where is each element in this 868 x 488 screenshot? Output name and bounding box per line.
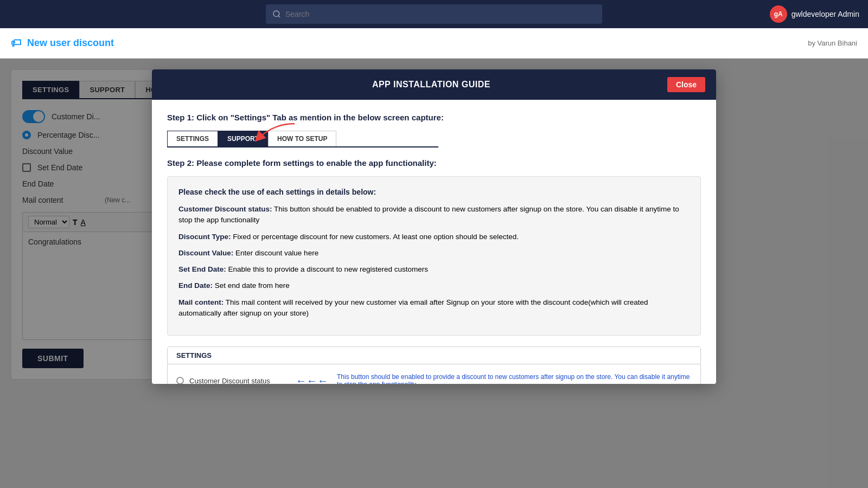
info-label-1: Disocunt Type: <box>178 233 231 241</box>
info-row-2: Discount Value: Enter discount value her… <box>178 248 690 259</box>
info-text-3: Enable this to provide a discount to new… <box>228 265 428 273</box>
avatar: gA <box>770 5 787 23</box>
mini-tab-settings[interactable]: SETTINGS <box>167 131 218 146</box>
svg-line-1 <box>278 16 280 17</box>
info-text-2: Enter discount value here <box>235 249 318 257</box>
preview-row-customer-discount: Customer Discount status ←←← This button… <box>176 373 692 384</box>
search-input[interactable] <box>285 10 596 18</box>
modal-overlay: APP INSTALLATION GUIDE Close Step 1: Cli… <box>0 59 868 488</box>
info-label-5: Mail content: <box>178 298 224 306</box>
blue-arrow-0: ←←← <box>296 375 328 384</box>
modal-body[interactable]: Step 1: Click on "Settings" Tab as menti… <box>152 100 716 384</box>
settings-preview: SETTINGS Customer Discount status ←←← Th… <box>167 346 701 384</box>
step2-title: Step 2: Please complete form settings to… <box>167 158 701 168</box>
info-label-4: End Date: <box>178 281 213 290</box>
info-label-0: Customer Discount status: <box>178 205 272 213</box>
preview-radio-off-0 <box>176 377 184 384</box>
app-icon: 🏷 <box>11 37 22 49</box>
settings-preview-body: Customer Discount status ←←← This button… <box>168 364 700 384</box>
preview-label-0: Customer Discount status <box>189 377 287 384</box>
app-name: New user discount <box>27 37 114 49</box>
search-bar[interactable] <box>266 4 602 24</box>
settings-preview-header: SETTINGS <box>168 347 700 364</box>
header-by: by Varun Bihani <box>808 39 857 47</box>
modal-close-button[interactable]: Close <box>667 77 705 92</box>
step1-title: Step 1: Click on "Settings" Tab as menti… <box>167 113 701 122</box>
info-row-3: Set End Date: Enable this to provide a d… <box>178 264 690 275</box>
red-arrow <box>251 121 300 143</box>
tabs-preview-container: SETTINGS SUPPORT HOW TO SETUP <box>167 131 701 147</box>
info-text-4: Set end date from here <box>215 281 290 290</box>
info-text-1: Fixed or percentage discount for new cus… <box>233 233 519 241</box>
search-icon <box>272 10 281 18</box>
info-text-5: This mail content will received by your … <box>178 298 648 317</box>
info-box-title: Please check the use of each settings in… <box>178 188 690 196</box>
arrow-text-0: This button should be enabled to provide… <box>337 373 692 384</box>
user-name: gwldeveloper Admin <box>792 10 859 18</box>
top-nav: gA gwldeveloper Admin <box>0 0 868 28</box>
modal-header: APP INSTALLATION GUIDE Close <box>152 69 716 100</box>
svg-point-0 <box>273 11 279 17</box>
info-row-5: Mail content: This mail content will rec… <box>178 297 690 319</box>
header-title: 🏷 New user discount <box>11 37 114 49</box>
info-label-2: Discount Value: <box>178 249 233 257</box>
main-area: SETTINGS SUPPORT HOW TO SETUP Customer D… <box>0 59 868 488</box>
info-row-0: Customer Discount status: This button sh… <box>178 204 690 226</box>
mini-tabs: SETTINGS SUPPORT HOW TO SETUP <box>167 131 438 147</box>
user-badge: gA gwldeveloper Admin <box>770 5 859 23</box>
info-row-1: Disocunt Type: Fixed or percentage disco… <box>178 232 690 242</box>
info-box: Please check the use of each settings in… <box>167 176 701 336</box>
modal: APP INSTALLATION GUIDE Close Step 1: Cli… <box>152 69 716 384</box>
info-label-3: Set End Date: <box>178 265 226 273</box>
modal-title: APP INSTALLATION GUIDE <box>195 80 667 89</box>
info-row-4: End Date: Set end date from here <box>178 280 690 291</box>
header-bar: 🏷 New user discount by Varun Bihani <box>0 28 868 59</box>
